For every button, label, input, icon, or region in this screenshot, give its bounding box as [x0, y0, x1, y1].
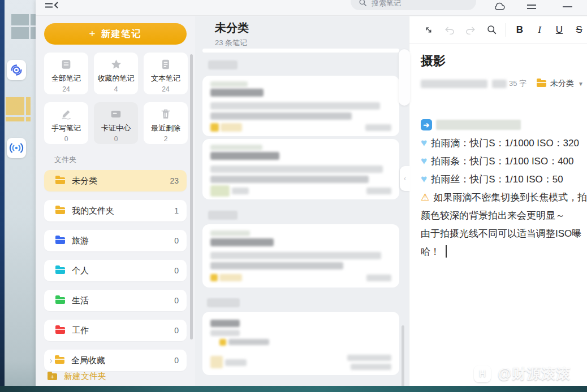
- desktop-icon-yellow-folder[interactable]: [6, 97, 31, 122]
- shortcut-card-center[interactable]: 卡证中心 0: [94, 102, 138, 144]
- expand-icon: [424, 25, 434, 35]
- note-list-scrollbar[interactable]: [402, 325, 404, 387]
- char-count: 35 字: [509, 79, 526, 89]
- new-folder-button[interactable]: 新建文件夹: [48, 371, 106, 382]
- note-list-count: 23 条笔记: [215, 38, 247, 48]
- folder-count: 0: [174, 266, 179, 275]
- note-line: ♥ 拍雨丝：快门S：1/10 ISO：50: [421, 170, 587, 188]
- cloud-sync-button[interactable]: [493, 2, 506, 11]
- search-box[interactable]: [351, 0, 476, 10]
- note-folder-label: 未分类: [550, 79, 574, 89]
- expand-chevron-icon[interactable]: ›: [50, 356, 53, 365]
- folder-item-uncategorized[interactable]: 未分类 23: [44, 170, 187, 191]
- desktop-icon-camera-app[interactable]: [7, 60, 26, 80]
- folder-plus-icon: [48, 373, 57, 380]
- underline-button[interactable]: U: [553, 24, 566, 36]
- panel-divider-handle[interactable]: [399, 49, 410, 106]
- note-list-panel: 未分类 23 条笔记: [195, 16, 409, 389]
- minimize-button[interactable]: [563, 6, 572, 8]
- chevron-down-icon: ▼: [578, 81, 584, 87]
- shortcut-label: 卡证中心: [101, 123, 131, 133]
- folder-name: 未分类: [72, 176, 170, 186]
- watermark-handle: @财源滚滚: [498, 364, 571, 383]
- folder-item-work[interactable]: 工作 0: [44, 320, 187, 341]
- redo-icon: [465, 25, 476, 34]
- shortcut-count: 4: [114, 85, 118, 93]
- note-card[interactable]: [202, 312, 399, 375]
- undo-icon: [444, 25, 455, 34]
- folder-name: 我的文件夹: [72, 206, 174, 216]
- folder-icon: [55, 237, 65, 244]
- cloud-icon: [493, 2, 506, 11]
- folders-section-label: 文件夹: [54, 155, 76, 165]
- folder-item-personal[interactable]: 个人 0: [44, 260, 187, 281]
- find-in-note-button[interactable]: [485, 23, 498, 37]
- folder-name: 全局收藏: [71, 355, 175, 366]
- note-text: 如果雨滴不密集切换到长焦模式，拍: [433, 191, 587, 204]
- collapse-sidebar-button[interactable]: [44, 1, 59, 11]
- date-group-label-redacted: [208, 211, 238, 220]
- fullscreen-button[interactable]: [422, 23, 435, 37]
- sidebar: + 新建笔记 全部笔记 24 收藏的笔记 4: [36, 16, 195, 389]
- desktop-edge-strip: [0, 0, 5, 392]
- folder-count: 0: [174, 356, 179, 365]
- new-note-button[interactable]: + 新建笔记: [44, 23, 187, 45]
- shortcut-handwritten-notes[interactable]: 手写笔记 0: [44, 102, 88, 144]
- desktop-icon-window-layout[interactable]: [11, 14, 36, 39]
- shortcut-count: 0: [114, 135, 118, 143]
- note-card[interactable]: [202, 224, 399, 288]
- note-title[interactable]: 摄影: [421, 53, 446, 69]
- folder-name: 生活: [72, 295, 174, 306]
- folder-item-global-favorites[interactable]: › 全局收藏 0: [44, 350, 187, 371]
- folder-icon: [537, 80, 546, 87]
- folder-count: 23: [170, 176, 179, 185]
- redo-button[interactable]: [464, 23, 477, 37]
- shortcut-label: 文本笔记: [151, 73, 180, 84]
- folder-name: 工作: [72, 325, 174, 336]
- shortcut-text-notes[interactable]: 文本笔记 24: [144, 53, 188, 94]
- note-line: ⚠ 如果雨滴不密集切换到长焦模式，拍: [421, 188, 587, 206]
- note-body[interactable]: ➔ ♥ 拍雨滴：快门S：1/1000 ISO：320 ♥ 拍雨条：快门S：1/1…: [421, 116, 587, 285]
- note-text: 由于拍摄光线不同可以适当调整ISO曝: [421, 227, 581, 240]
- folder-count: 0: [174, 236, 179, 245]
- pencil-icon: [60, 108, 73, 120]
- highlighted-text-redacted: [436, 120, 521, 130]
- menu-button[interactable]: [526, 3, 537, 10]
- note-text: 拍雨滴：快门S：1/1000 ISO：320: [431, 137, 579, 150]
- text-cursor: [446, 245, 447, 258]
- note-list-divider: [202, 49, 399, 53]
- desktop-taskbar-strip: [0, 386, 587, 392]
- date-group-label-redacted: [207, 298, 240, 307]
- search-input[interactable]: [372, 0, 462, 7]
- note-date-redacted: [421, 80, 487, 88]
- folder-item-travel[interactable]: 旅游 0: [44, 230, 187, 251]
- note-card[interactable]: [202, 139, 399, 199]
- folder-item-my-folder[interactable]: 我的文件夹 1: [44, 200, 187, 221]
- collapse-editor-handle[interactable]: ‹: [400, 166, 410, 191]
- editor-panel: B I U S 摄影 35 字 未分类 ▼ ➔: [409, 16, 587, 389]
- note-card[interactable]: [202, 76, 399, 136]
- menu-icon: [526, 3, 537, 10]
- note-line: 颜色较深的背景拍出来会更明显～: [421, 206, 587, 224]
- sidebar-scrollbar[interactable]: [190, 54, 193, 339]
- bold-button[interactable]: B: [513, 24, 526, 36]
- shortcut-all-notes[interactable]: 全部笔记 24: [44, 53, 88, 94]
- minimize-icon: [563, 6, 572, 8]
- folder-count: 0: [174, 326, 179, 335]
- desktop-icon-broadcast-app[interactable]: [7, 138, 26, 158]
- folder-icon: [55, 327, 65, 334]
- folder-item-life[interactable]: 生活 0: [44, 290, 187, 311]
- undo-button[interactable]: [443, 23, 456, 37]
- new-note-label: 新建笔记: [101, 28, 142, 40]
- strikethrough-button[interactable]: S: [573, 24, 585, 36]
- note-line: ♥ 拍雨条：快门S：1/100 ISO：400: [421, 152, 587, 170]
- shortcut-starred-notes[interactable]: 收藏的笔记 4: [94, 53, 138, 94]
- note-text: 哈！: [421, 245, 440, 258]
- screen: + 新建笔记 全部笔记 24 收藏的笔记 4: [0, 0, 587, 392]
- shortcut-label: 收藏的笔记: [98, 73, 135, 84]
- folder-icon: [55, 267, 65, 274]
- note-folder-selector[interactable]: 未分类 ▼: [537, 79, 584, 89]
- note-list-title: 未分类: [215, 20, 249, 36]
- shortcut-recently-deleted[interactable]: 最近删除 2: [144, 102, 188, 144]
- italic-button[interactable]: I: [533, 24, 546, 36]
